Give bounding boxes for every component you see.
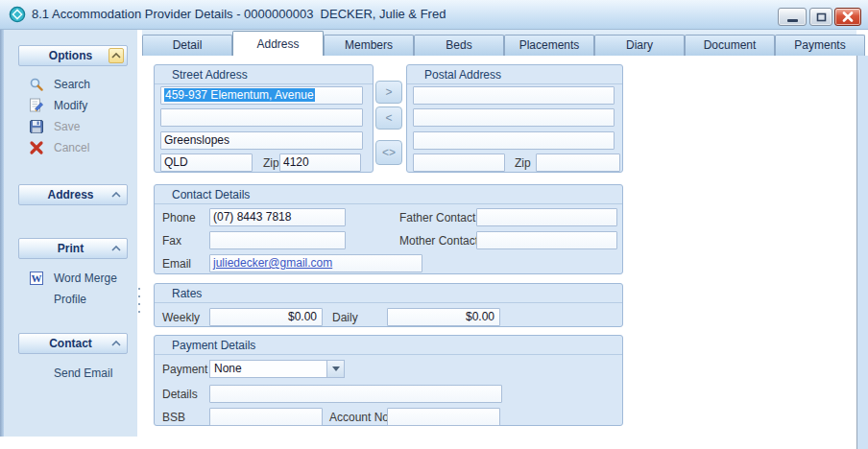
splitter-handle[interactable]: [138, 288, 141, 313]
copy-to-postal-button[interactable]: >: [375, 81, 402, 104]
title-bar: 8.1 Accommodation Provider Details - 000…: [0, 0, 868, 30]
minimize-button[interactable]: [778, 8, 807, 26]
phone-field[interactable]: (07) 8443 7818: [209, 208, 346, 226]
postal-address-line1-field[interactable]: [413, 86, 615, 105]
swap-addresses-button[interactable]: <>: [375, 140, 402, 165]
payment-type-value: None: [210, 361, 326, 377]
postal-address-zip-field[interactable]: [536, 154, 620, 172]
restore-button[interactable]: [809, 8, 832, 26]
bsb-label: BSB: [162, 410, 185, 425]
weekly-rate-field[interactable]: $0.00: [209, 308, 323, 326]
sidebar-item-label: Word Merge: [54, 272, 117, 285]
payment-details-field[interactable]: [209, 385, 502, 403]
sidebar-item-send-email[interactable]: Send Email: [54, 364, 112, 383]
cancel-icon: [29, 140, 44, 155]
email-label: Email: [162, 256, 191, 272]
chevron-up-icon[interactable]: [108, 187, 124, 202]
postal-address-group: Postal Address Zip: [406, 64, 623, 173]
rates-title: Rates: [155, 284, 622, 303]
chevron-up-icon[interactable]: [108, 241, 124, 256]
mother-contact-label: Mother Contact: [399, 233, 478, 248]
fax-field[interactable]: [209, 231, 346, 249]
account-no-label: Account No: [329, 410, 389, 425]
options-section-title: Options: [19, 49, 108, 62]
sidebar-section-print[interactable]: Print: [18, 238, 128, 259]
street-zip-label: Zip: [263, 155, 279, 171]
email-field[interactable]: juliedecker@gmail.com: [209, 254, 422, 272]
postal-address-state-field[interactable]: [413, 154, 505, 172]
weekly-label: Weekly: [162, 310, 200, 325]
chevron-up-icon[interactable]: [108, 48, 124, 63]
postal-address-line3-field[interactable]: [413, 131, 615, 150]
restore-icon: [816, 12, 827, 22]
rates-group: Rates Weekly $0.00 Daily $0.00: [154, 283, 623, 327]
father-contact-field[interactable]: [476, 208, 617, 226]
street-address-state-field[interactable]: QLD: [160, 154, 253, 172]
daily-label: Daily: [332, 310, 358, 325]
address-section-title: Address: [19, 188, 108, 201]
payment-details-title: Payment Details: [155, 336, 622, 355]
dropdown-arrow-icon[interactable]: [326, 361, 344, 377]
sidebar-item-save[interactable]: Save: [29, 117, 80, 136]
postal-zip-label: Zip: [515, 155, 531, 171]
copy-to-street-button[interactable]: <: [375, 106, 402, 130]
modify-icon: [29, 98, 44, 113]
app-icon: [9, 6, 26, 23]
window-right-border: [856, 56, 868, 449]
sidebar-section-options[interactable]: Options: [18, 45, 128, 66]
chevron-up-icon[interactable]: [108, 336, 124, 351]
street-address-line2-field[interactable]: [160, 108, 363, 127]
close-icon: [842, 12, 854, 22]
street-address-group: Street Address 459-937 Elementum, Avenue…: [154, 64, 374, 173]
minimize-icon: [787, 19, 798, 22]
sidebar-item-label: Cancel: [54, 141, 89, 154]
window-title: 8.1 Accommodation Provider Details - 000…: [32, 0, 446, 29]
payment-details-group: Payment Details Payment None Details BSB…: [154, 335, 623, 426]
selected-address-text: 459-937 Elementum, Avenue: [164, 88, 315, 102]
sidebar-item-profile[interactable]: Profile: [54, 290, 86, 309]
word-icon: W: [29, 271, 44, 286]
tab-document[interactable]: Document: [685, 35, 775, 56]
tab-detail[interactable]: Detail: [142, 35, 232, 56]
street-address-title: Street Address: [155, 65, 373, 84]
close-button[interactable]: [834, 8, 861, 26]
tab-diary[interactable]: Diary: [594, 35, 685, 56]
tab-payments[interactable]: Payments: [775, 35, 865, 56]
tab-placements[interactable]: Placements: [504, 35, 594, 56]
sidebar-item-search[interactable]: Search: [29, 75, 90, 94]
fax-label: Fax: [162, 233, 181, 248]
postal-address-title: Postal Address: [407, 65, 622, 84]
tab-beds[interactable]: Beds: [414, 35, 504, 56]
sidebar-item-label: Profile: [54, 293, 86, 306]
sidebar-item-label: Send Email: [54, 366, 112, 380]
tab-address[interactable]: Address: [232, 31, 324, 56]
father-contact-label: Father Contact: [399, 210, 475, 225]
account-no-field[interactable]: [387, 408, 500, 426]
sidebar-item-label: Save: [54, 120, 80, 133]
contact-section-title: Contact: [19, 337, 108, 350]
email-link[interactable]: juliedecker@gmail.com: [213, 256, 332, 270]
svg-text:W: W: [32, 272, 42, 284]
phone-label: Phone: [162, 210, 196, 225]
sidebar-item-word-merge[interactable]: W Word Merge: [29, 269, 117, 288]
details-label: Details: [162, 387, 198, 402]
tab-members[interactable]: Members: [324, 35, 414, 56]
sidebar-item-label: Modify: [54, 99, 87, 112]
daily-rate-field[interactable]: $0.00: [387, 308, 500, 326]
payment-type-dropdown[interactable]: None: [209, 360, 345, 378]
bsb-field[interactable]: [209, 408, 323, 426]
contact-details-title: Contact Details: [155, 185, 622, 204]
street-address-line1-field[interactable]: 459-937 Elementum, Avenue: [160, 86, 363, 105]
sidebar-section-contact[interactable]: Contact: [18, 333, 128, 354]
sidebar-item-cancel[interactable]: Cancel: [29, 138, 89, 157]
street-address-zip-field[interactable]: 4120: [279, 154, 361, 172]
sidebar-item-modify[interactable]: Modify: [29, 96, 87, 115]
save-icon: [29, 119, 44, 134]
postal-address-line2-field[interactable]: [413, 108, 615, 127]
sidebar: Options Search Modify: [4, 30, 137, 437]
sidebar-section-address[interactable]: Address: [18, 184, 128, 205]
sidebar-item-label: Search: [54, 78, 90, 91]
mother-contact-field[interactable]: [476, 231, 617, 249]
street-address-city-field[interactable]: Greenslopes: [160, 131, 363, 150]
print-section-title: Print: [19, 242, 108, 255]
